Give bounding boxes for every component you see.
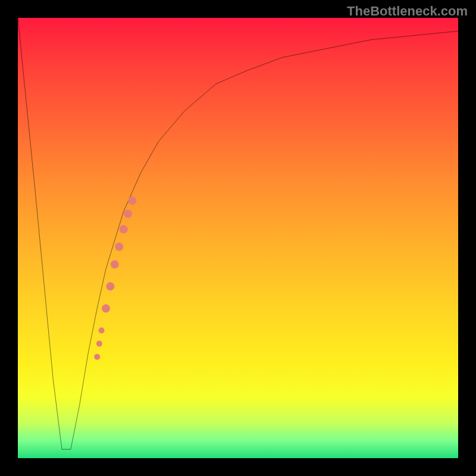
highlight-dot [94,354,100,360]
highlight-dot [106,282,114,290]
chart-outer: TheBottleneck.com [0,0,476,476]
curve-svg [18,18,458,458]
highlight-dot [102,304,110,312]
highlight-dot [128,196,136,205]
highlight-dot [96,341,102,347]
highlight-dot [99,327,105,333]
highlight-dot [111,260,119,268]
bottleneck-curve [18,18,458,449]
pink-segment [94,196,136,360]
plot-area [18,18,458,458]
highlight-dot [120,225,128,233]
watermark-text: TheBottleneck.com [347,4,468,19]
highlight-dot [124,209,132,218]
highlight-dot [115,243,123,251]
